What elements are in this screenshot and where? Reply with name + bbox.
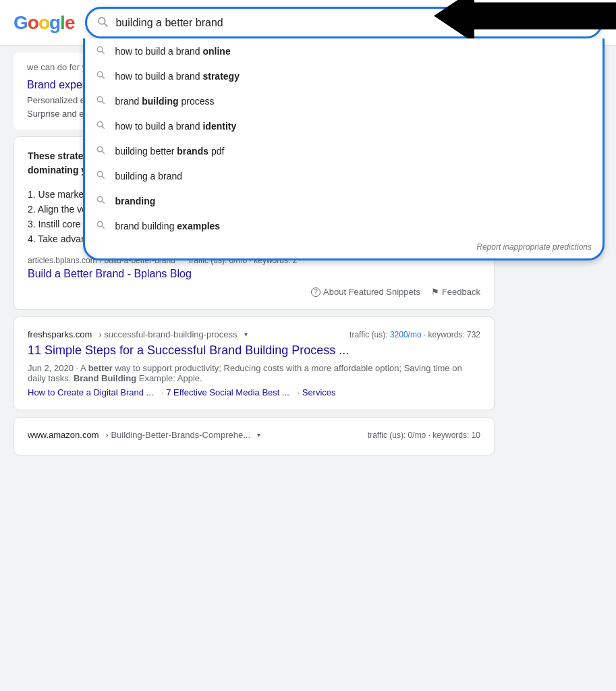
header: Google ✕ <box>0 0 616 46</box>
svg-line-1 <box>105 23 108 26</box>
autocomplete-text-7: branding <box>115 196 592 206</box>
svg-line-14 <box>103 126 105 129</box>
logo-g2: g <box>49 12 60 33</box>
logo-g1: G <box>13 12 28 33</box>
result-sub-link-1[interactable]: How to Create a Digital Brand ... <box>28 387 153 397</box>
result-sub-link-3[interactable]: Services <box>302 387 336 397</box>
amazon-dropdown-icon[interactable]: ▾ <box>257 431 260 439</box>
result-links-1: How to Create a Digital Brand ... · 7 Ef… <box>28 387 480 397</box>
about-snippets-label: About Featured Snippets <box>323 287 420 297</box>
search-suggestion-icon <box>96 120 105 132</box>
link-separator-2: · <box>297 387 302 397</box>
svg-line-8 <box>103 51 105 54</box>
autocomplete-text-5: building better brands pdf <box>115 146 592 157</box>
autocomplete-text-6: building a brand <box>115 171 592 182</box>
about-snippets-link[interactable]: ? About Featured Snippets <box>311 287 420 297</box>
autocomplete-text-3: brand building process <box>115 96 592 107</box>
autocomplete-text-4: how to build a brand identity <box>115 121 592 132</box>
snippet-footer: ? About Featured Snippets ⚑ Feedback <box>28 287 480 297</box>
search-suggestion-icon <box>96 145 105 157</box>
logo-o2: o <box>38 12 49 33</box>
google-logo: Google <box>13 12 74 34</box>
search-box: ✕ <box>85 7 603 38</box>
result-source-line-1: freshsparks.com › successful-brand-build… <box>28 329 480 339</box>
autocomplete-item-4[interactable]: how to build a brand identity <box>85 113 603 138</box>
report-link[interactable]: Report inappropriate predictions <box>85 238 603 258</box>
logo-l: l <box>60 12 65 33</box>
result-domain-1: freshsparks.com <box>28 329 92 339</box>
amazon-traffic: traffic (us): 0/mo · keywords: 10 <box>368 431 480 440</box>
svg-line-12 <box>103 101 105 104</box>
search-suggestion-icon <box>96 170 105 182</box>
autocomplete-item-5[interactable]: building better brands pdf <box>85 138 603 163</box>
snippet-link[interactable]: Build a Better Brand - Bplans Blog <box>28 268 480 280</box>
logo-e: e <box>65 12 75 33</box>
flag-icon: ⚑ <box>431 287 439 297</box>
autocomplete-item-1[interactable]: how to build a brand online <box>85 38 603 63</box>
search-suggestion-icon <box>96 70 105 82</box>
svg-point-21 <box>98 221 103 227</box>
svg-point-13 <box>98 121 103 127</box>
search-result-1: freshsparks.com › successful-brand-build… <box>13 316 495 410</box>
search-container: ✕ <box>85 7 603 38</box>
svg-point-0 <box>99 18 105 24</box>
voice-search-button[interactable] <box>547 15 565 30</box>
svg-line-10 <box>103 76 105 79</box>
result-traffic-1: traffic (us): 3200/mo · keywords: 732 <box>349 330 480 339</box>
result-date-1: Jun 2, 2020 · A better way to support pr… <box>28 363 480 383</box>
svg-point-15 <box>98 146 103 152</box>
autocomplete-text-2: how to build a brand strategy <box>115 71 592 82</box>
search-suggestion-icon <box>96 95 105 107</box>
search-input[interactable] <box>115 17 517 29</box>
amazon-domain: www.amazon.com <box>28 430 99 440</box>
feedback-label: Feedback <box>442 287 480 297</box>
autocomplete-dropdown: how to build a brand online how to build… <box>83 38 605 260</box>
autocomplete-text-8: brand building examples <box>115 221 592 231</box>
amazon-path: › Building-Better-Brands-Comprehe... <box>105 430 250 440</box>
autocomplete-item-3[interactable]: brand building process <box>85 88 603 113</box>
autocomplete-item-7[interactable]: branding <box>85 188 603 213</box>
search-suggestion-icon <box>96 195 105 206</box>
autocomplete-item-6[interactable]: building a brand <box>85 163 603 188</box>
svg-line-20 <box>103 201 105 204</box>
svg-line-6 <box>584 23 587 26</box>
svg-rect-2 <box>555 16 558 22</box>
search-suggestion-icon <box>96 45 105 57</box>
search-button[interactable] <box>572 14 591 31</box>
svg-line-22 <box>103 226 105 229</box>
clear-button[interactable]: ✕ <box>524 16 540 30</box>
result-sub-link-2[interactable]: 7 Effective Social Media Best ... <box>166 387 289 397</box>
result-path-1: › successful-brand-building-process <box>99 329 237 339</box>
svg-point-19 <box>98 196 103 202</box>
svg-point-7 <box>98 47 103 52</box>
svg-point-17 <box>98 171 103 177</box>
autocomplete-item-8[interactable]: brand building examples <box>85 213 603 238</box>
dropdown-arrow-icon[interactable]: ▾ <box>244 331 248 338</box>
svg-point-9 <box>98 72 103 77</box>
svg-line-18 <box>103 176 105 179</box>
autocomplete-item-2[interactable]: how to build a brand strategy <box>85 63 603 88</box>
snippet-domain: articles.bplans.com <box>28 256 97 265</box>
search-suggestion-icon <box>96 220 105 231</box>
svg-point-11 <box>98 96 103 102</box>
amazon-source-line: www.amazon.com › Building-Better-Brands-… <box>28 430 480 440</box>
search-result-amazon: www.amazon.com › Building-Better-Brands-… <box>13 417 495 455</box>
result-title-1[interactable]: 11 Simple Steps for a Successful Brand B… <box>28 342 480 359</box>
feedback-link[interactable]: ⚑ Feedback <box>431 287 480 297</box>
svg-point-5 <box>577 16 584 24</box>
search-icon <box>96 16 109 30</box>
question-icon: ? <box>311 287 320 297</box>
autocomplete-text-1: how to build a brand online <box>115 46 592 57</box>
svg-line-16 <box>103 151 105 154</box>
logo-o1: o <box>28 12 38 33</box>
